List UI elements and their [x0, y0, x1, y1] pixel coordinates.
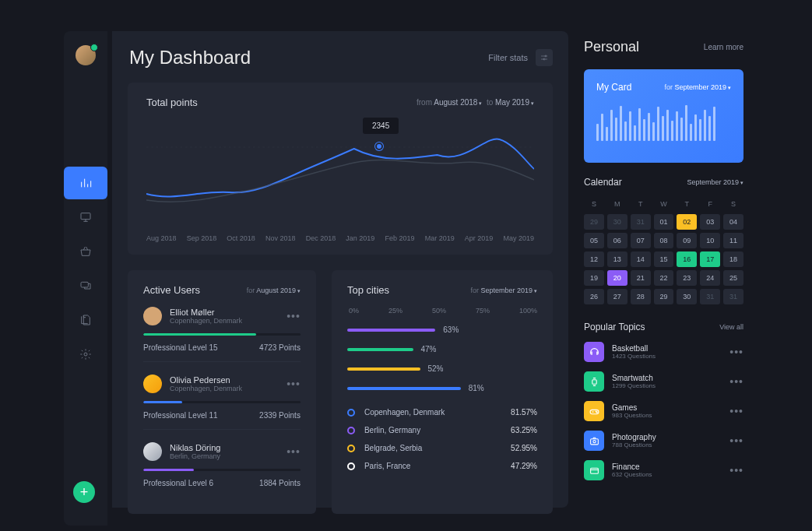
avatar: [143, 307, 162, 325]
mycard-title: My Card: [596, 82, 631, 93]
nav-presentation[interactable]: [64, 201, 107, 234]
calendar-day[interactable]: 02: [677, 214, 697, 230]
view-all-link[interactable]: View all: [719, 323, 743, 331]
calendar-day[interactable]: 20: [607, 270, 627, 286]
city-row: Copenhagen, Denmark81.57%: [347, 403, 537, 421]
calendar-day[interactable]: 27: [607, 289, 627, 304]
user-level: Professional Level 15: [143, 343, 218, 352]
calendar-day[interactable]: 18: [723, 251, 743, 267]
more-icon[interactable]: •••: [729, 346, 743, 358]
calendar-day[interactable]: 23: [677, 270, 697, 286]
calendar-day[interactable]: 29: [654, 289, 674, 304]
nav-documents[interactable]: [64, 304, 107, 336]
calendar-day[interactable]: 07: [631, 233, 651, 248]
calendar-day[interactable]: 29: [584, 214, 604, 230]
calendar-day[interactable]: 14: [631, 251, 651, 267]
calendar-range[interactable]: September 2019: [687, 178, 743, 186]
to-date[interactable]: May 2019: [495, 98, 534, 107]
more-icon[interactable]: •••: [729, 434, 743, 447]
calendar-day[interactable]: 30: [607, 214, 627, 230]
calendar-day[interactable]: 22: [654, 270, 674, 286]
learn-more-link[interactable]: Learn more: [704, 43, 743, 51]
more-icon[interactable]: •••: [729, 405, 743, 417]
calendar-day[interactable]: 24: [700, 270, 720, 286]
calendar-day[interactable]: 10: [700, 233, 720, 248]
calendar-day[interactable]: 31: [631, 214, 651, 230]
calendar-day[interactable]: 04: [723, 214, 743, 230]
weekday: T: [677, 197, 697, 211]
x-axis: Aug 2018Sep 2018Oct 2018Nov 2018Dec 2018…: [146, 234, 534, 242]
user-level: Professional Level 11: [143, 411, 218, 420]
city-percent: 63.25%: [511, 426, 537, 434]
topic-row[interactable]: Smartwatch1299 Questions•••: [584, 371, 743, 392]
calendar-day[interactable]: 06: [607, 233, 627, 248]
calendar-day[interactable]: 11: [723, 233, 743, 248]
calendar-day[interactable]: 25: [723, 270, 743, 286]
fab-add[interactable]: +: [73, 481, 95, 503]
nav-settings[interactable]: [64, 338, 107, 371]
city-row: Belgrade, Serbia52.95%: [347, 439, 537, 457]
topics-title: Popular Topics: [584, 322, 645, 332]
more-icon[interactable]: •••: [286, 445, 301, 458]
calendar-day[interactable]: 31: [700, 289, 720, 304]
calendar-day[interactable]: 09: [677, 233, 697, 248]
user-location: Copenhagen, Denmark: [170, 317, 279, 325]
calendar-day[interactable]: 05: [584, 233, 604, 248]
aside-title: Personal: [584, 39, 639, 55]
user-location: Copenhagen, Denmark: [170, 385, 279, 392]
card-icon: [584, 460, 604, 480]
topic-row[interactable]: Photography788 Questions•••: [584, 431, 743, 451]
tooltip: 2345: [363, 118, 399, 134]
topic-row[interactable]: Games983 Questions•••: [584, 401, 743, 421]
topic-row[interactable]: Finance632 Questions•••: [584, 460, 743, 480]
document-icon: [79, 314, 92, 326]
avatar[interactable]: [76, 45, 96, 65]
svg-rect-6: [592, 379, 596, 383]
calendar-day[interactable]: 03: [700, 214, 720, 230]
topic-row[interactable]: Basketball1423 Questions•••: [584, 342, 743, 362]
calendar-day[interactable]: 28: [631, 289, 651, 304]
calendar-day[interactable]: 17: [700, 251, 720, 267]
points-range: from August 2018 to May 2019: [417, 98, 534, 107]
user-location: Berlin, Germany: [170, 452, 279, 460]
nav-messages[interactable]: [64, 269, 107, 302]
bar-row: 63%: [347, 325, 537, 334]
topic-questions: 1423 Questions: [612, 353, 722, 360]
calendar-title: Calendar: [584, 177, 622, 188]
calendar-day[interactable]: 13: [607, 251, 627, 267]
city-percent: 81.57%: [511, 408, 537, 417]
calendar-day[interactable]: 30: [677, 289, 697, 304]
calendar-day[interactable]: 15: [654, 251, 674, 267]
more-icon[interactable]: •••: [286, 378, 301, 390]
from-date[interactable]: August 2018: [434, 98, 482, 107]
svg-point-11: [592, 440, 595, 442]
calendar-day[interactable]: 12: [584, 251, 604, 267]
user-name: Elliot Møller: [170, 308, 279, 317]
more-icon[interactable]: •••: [286, 310, 301, 322]
calendar-day[interactable]: 01: [654, 214, 674, 230]
user-name: Niklas Döring: [170, 443, 279, 452]
calendar-day[interactable]: 16: [677, 251, 697, 267]
bar-label: 47%: [421, 345, 437, 353]
calendar-day[interactable]: 26: [584, 289, 604, 304]
calendar-day[interactable]: 31: [723, 289, 743, 304]
filter-button[interactable]: Filter stats: [488, 49, 553, 66]
user-name: Olivia Pedersen: [170, 375, 279, 385]
more-icon[interactable]: •••: [729, 464, 743, 476]
sparkline: [596, 104, 731, 141]
calendar-day[interactable]: 08: [654, 233, 674, 248]
calendar-day[interactable]: 19: [584, 270, 604, 286]
weekday: T: [631, 197, 651, 211]
nav-dashboard[interactable]: [64, 167, 107, 199]
svg-point-9: [596, 412, 597, 413]
city-dot: [347, 427, 355, 434]
user-row: Olivia PedersenCopenhagen, Denmark•••Pro…: [143, 375, 301, 430]
nav-basket[interactable]: [64, 235, 107, 268]
user-points: 2339 Points: [259, 411, 301, 420]
user-level: Professional Level 6: [143, 479, 213, 487]
cities-range: for September 2019: [470, 287, 537, 294]
weekday: W: [654, 197, 674, 211]
calendar-day[interactable]: 21: [631, 270, 651, 286]
my-card: My Card for September 2019: [584, 69, 743, 163]
more-icon[interactable]: •••: [729, 375, 743, 388]
